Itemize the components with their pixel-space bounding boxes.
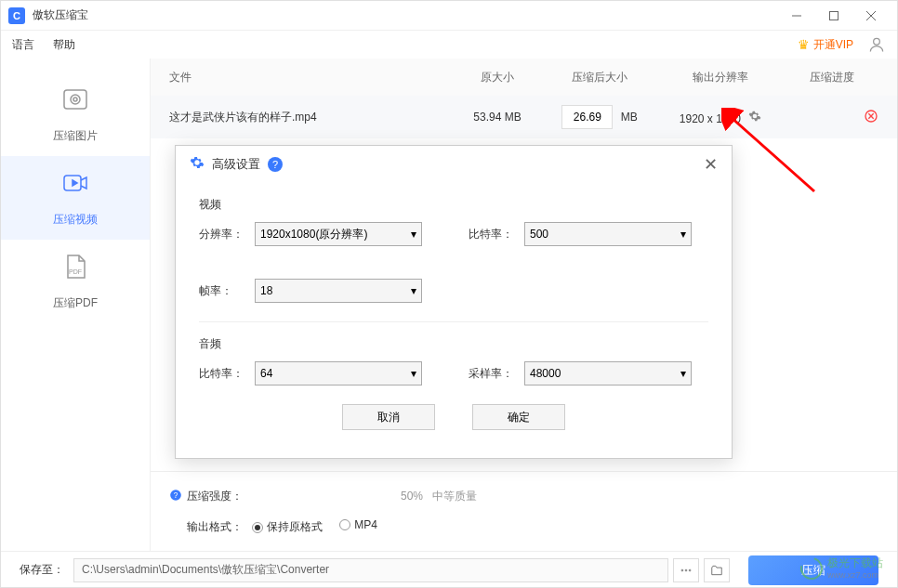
resolution-label: 分辨率： xyxy=(199,227,255,242)
format-label: 输出格式： xyxy=(187,519,243,535)
framerate-label: 帧率： xyxy=(199,283,255,299)
header-progress: 压缩进度 xyxy=(786,70,878,85)
watermark-url: www.xz7.com xyxy=(827,570,883,580)
user-icon[interactable] xyxy=(867,35,886,54)
svg-rect-5 xyxy=(64,90,86,109)
close-button[interactable] xyxy=(852,3,890,29)
chevron-down-icon: ▾ xyxy=(680,367,686,380)
video-section-title: 视频 xyxy=(199,197,708,213)
menubar: 语言 帮助 ♛ 开通VIP xyxy=(1,31,897,59)
close-icon[interactable]: ✕ xyxy=(704,154,718,175)
samplerate-label: 采样率： xyxy=(469,366,524,382)
svg-text:?: ? xyxy=(174,490,178,499)
audio-bitrate-select[interactable]: 64▾ xyxy=(255,361,422,385)
audio-section-title: 音频 xyxy=(199,336,708,352)
video-bitrate-select[interactable]: 500▾ xyxy=(524,222,692,246)
strength-label: 压缩强度： xyxy=(187,489,243,504)
samplerate-select[interactable]: 48000▾ xyxy=(524,361,692,385)
resolution-select[interactable]: 1920x1080(原分辨率)▾ xyxy=(255,222,422,246)
ok-button[interactable]: 确定 xyxy=(472,404,565,430)
cell-filename: 这才是武侠片该有的样子.mp4 xyxy=(169,110,451,125)
more-path-button[interactable] xyxy=(673,558,699,582)
svg-point-6 xyxy=(71,95,80,104)
header-resolution: 输出分辨率 xyxy=(655,70,786,85)
radio-mp4[interactable]: MP4 xyxy=(339,518,377,531)
titlebar: C 傲软压缩宝 xyxy=(1,1,897,31)
quality-label: 中等质量 xyxy=(432,489,477,504)
gear-icon xyxy=(190,155,205,174)
sidebar-item-pdf[interactable]: PDF 压缩PDF xyxy=(1,240,150,323)
sidebar-item-label: 压缩图片 xyxy=(53,128,98,144)
vip-label: 开通VIP xyxy=(813,37,853,53)
header-file: 文件 xyxy=(169,70,451,85)
header-size: 原大小 xyxy=(451,70,544,85)
crown-icon: ♛ xyxy=(798,37,810,52)
cancel-button[interactable]: 取消 xyxy=(342,404,435,430)
save-label: 保存至： xyxy=(20,562,64,578)
delete-icon[interactable] xyxy=(864,113,878,126)
cell-progress xyxy=(786,109,878,126)
svg-point-7 xyxy=(73,98,77,101)
watermark-logo-icon xyxy=(797,554,827,584)
chevron-down-icon: ▾ xyxy=(411,284,416,297)
bitrate-label: 比特率： xyxy=(469,227,524,242)
audio-bitrate-label: 比特率： xyxy=(199,366,255,382)
browse-folder-button[interactable] xyxy=(704,558,730,582)
sidebar-item-image[interactable]: 压缩图片 xyxy=(1,72,150,156)
cell-original-size: 53.94 MB xyxy=(451,111,544,124)
menu-help[interactable]: 帮助 xyxy=(53,37,75,53)
bottom-panel: ? 压缩强度： 50% 中等质量 输出格式： 保持原格式 MP4 xyxy=(151,471,897,551)
dialog-title: 高级设置 xyxy=(212,156,260,173)
image-compress-icon xyxy=(60,85,90,121)
radio-icon xyxy=(252,522,263,533)
cell-after-size: MB xyxy=(544,105,655,129)
watermark: 极光下载站 www.xz7.com xyxy=(800,557,883,580)
strength-value: 50% xyxy=(401,490,423,503)
maximize-button[interactable] xyxy=(815,3,852,29)
header-after: 压缩后大小 xyxy=(544,70,655,85)
advanced-settings-dialog: 高级设置 ? ✕ 视频 分辨率： 1920x1080(原分辨率)▾ 比特率： 5… xyxy=(175,145,733,459)
pdf-compress-icon: PDF xyxy=(60,252,90,288)
compressed-size-input[interactable] xyxy=(561,105,613,129)
help-icon[interactable]: ? xyxy=(268,157,283,172)
video-compress-icon xyxy=(60,168,90,204)
vip-button[interactable]: ♛ 开通VIP xyxy=(798,37,853,53)
footer: 保存至： 压缩 xyxy=(1,551,897,588)
framerate-select[interactable]: 18▾ xyxy=(255,279,422,303)
info-icon: ? xyxy=(169,489,182,504)
sidebar: 压缩图片 压缩视频 PDF 压缩PDF xyxy=(1,59,150,551)
sidebar-item-video[interactable]: 压缩视频 xyxy=(1,156,150,240)
radio-keep-format[interactable]: 保持原格式 xyxy=(252,519,323,535)
cell-resolution: 1920 x 1080 xyxy=(655,110,786,125)
svg-point-4 xyxy=(874,38,880,45)
gear-icon[interactable] xyxy=(748,112,761,125)
dialog-header: 高级设置 ? ✕ xyxy=(176,146,732,183)
table-row: 这才是武侠片该有的样子.mp4 53.94 MB MB 1920 x 1080 xyxy=(151,96,897,138)
menu-language[interactable]: 语言 xyxy=(12,37,34,53)
svg-text:PDF: PDF xyxy=(69,268,82,275)
svg-rect-1 xyxy=(830,11,839,20)
svg-point-17 xyxy=(689,569,691,571)
sidebar-item-label: 压缩视频 xyxy=(53,212,98,228)
svg-point-16 xyxy=(685,569,687,571)
watermark-name: 极光下载站 xyxy=(827,557,883,569)
table-header: 文件 原大小 压缩后大小 输出分辨率 压缩进度 xyxy=(151,59,897,96)
chevron-down-icon: ▾ xyxy=(680,228,686,241)
app-icon: C xyxy=(8,7,25,24)
save-path-input[interactable] xyxy=(73,558,668,582)
app-title: 傲软压缩宝 xyxy=(33,7,88,23)
radio-icon xyxy=(339,519,350,530)
chevron-down-icon: ▾ xyxy=(411,228,416,241)
minimize-button[interactable] xyxy=(778,3,815,29)
size-unit: MB xyxy=(621,111,638,124)
sidebar-item-label: 压缩PDF xyxy=(53,295,98,311)
svg-point-15 xyxy=(681,569,683,571)
chevron-down-icon: ▾ xyxy=(411,367,416,380)
